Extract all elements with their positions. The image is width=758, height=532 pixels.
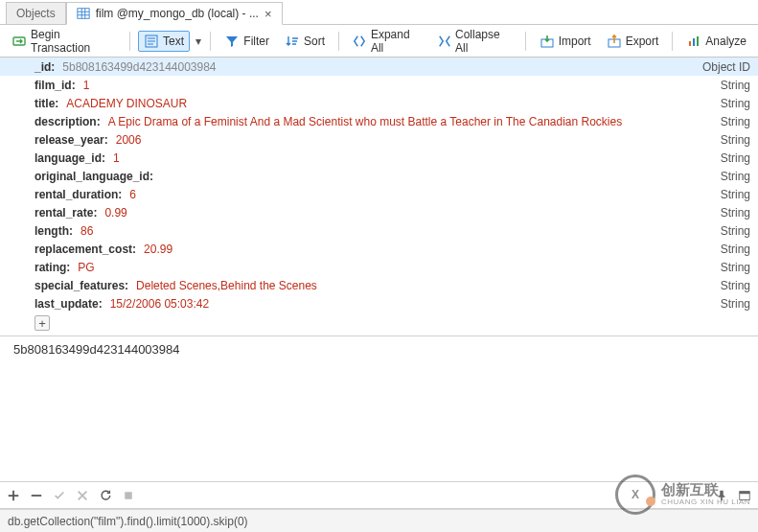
field-value[interactable]: 1 xyxy=(113,151,120,165)
recap-pane: 5b808163499d423144003984 xyxy=(0,335,758,482)
sort-button[interactable]: Sort xyxy=(279,31,331,52)
filter-button[interactable]: Filter xyxy=(218,31,275,52)
field-type: Object ID xyxy=(702,60,750,74)
field-type: String xyxy=(721,188,750,201)
field-key: rental_rate xyxy=(34,206,93,220)
field-key: film_id xyxy=(34,79,72,92)
field-type: String xyxy=(721,133,750,147)
analyze-button[interactable]: Analyze xyxy=(680,31,752,52)
transaction-icon xyxy=(11,34,27,49)
field-type: String xyxy=(721,79,750,92)
field-value[interactable]: Deleted Scenes,Behind the Scenes xyxy=(136,279,317,292)
button-label: Export xyxy=(626,35,659,48)
field-type: String xyxy=(721,151,750,165)
field-type: String xyxy=(721,261,750,274)
field-value[interactable]: PG xyxy=(78,261,94,274)
field-value[interactable]: ACADEMY DINOSAUR xyxy=(66,97,187,110)
field-key: replacement_cost xyxy=(34,243,132,256)
separator xyxy=(210,32,211,51)
button-label: Import xyxy=(559,35,591,48)
tab-label: Objects xyxy=(16,7,56,20)
funnel-icon xyxy=(224,34,240,49)
export-icon xyxy=(607,34,622,49)
button-label: Filter xyxy=(243,35,269,48)
button-label: Analyze xyxy=(705,35,747,48)
field-row[interactable]: description :A Epic Drama of a Feminist … xyxy=(0,112,758,130)
field-value[interactable]: A Epic Drama of a Feminist And a Mad Sci… xyxy=(108,115,623,128)
field-key: language_id xyxy=(34,151,102,165)
field-type: String xyxy=(721,115,750,128)
refresh-button[interactable] xyxy=(98,488,113,503)
field-type: String xyxy=(721,224,750,238)
field-value[interactable]: 5b808163499d423144003984 xyxy=(62,60,216,74)
collapse-all-button[interactable]: Collapse All xyxy=(431,25,517,58)
svg-rect-14 xyxy=(697,36,699,46)
field-type: String xyxy=(721,243,750,256)
tab-label: film @my_mongo_db (local) - ... xyxy=(96,7,259,20)
button-label: Expand All xyxy=(371,28,422,55)
text-icon xyxy=(144,34,159,49)
field-row[interactable]: _id :5b808163499d423144003984Object ID xyxy=(0,58,758,76)
field-row[interactable]: length :86String xyxy=(0,221,758,240)
import-icon xyxy=(540,34,555,49)
add-field-row: + xyxy=(0,312,758,334)
field-row[interactable]: rental_rate :0.99String xyxy=(0,203,758,221)
svg-rect-13 xyxy=(693,38,695,46)
field-value[interactable]: 1 xyxy=(83,79,90,92)
document-fields: _id :5b808163499d423144003984Object IDfi… xyxy=(0,58,758,335)
add-field-button[interactable]: + xyxy=(34,315,50,331)
field-type: String xyxy=(721,206,750,220)
main-toolbar: Begin Transaction Text ▾ Filter Sort Exp… xyxy=(0,25,758,58)
expand-all-button[interactable]: Expand All xyxy=(347,25,427,58)
chart-icon xyxy=(686,34,701,49)
field-row[interactable]: last_update :15/2/2006 05:03:42String xyxy=(0,294,758,312)
field-value[interactable]: 2006 xyxy=(116,133,142,147)
field-row[interactable]: release_year :2006String xyxy=(0,130,758,149)
field-key: rental_duration xyxy=(34,188,118,201)
begin-transaction-button[interactable]: Begin Transaction xyxy=(6,25,122,58)
field-key: original_language_id xyxy=(34,170,149,183)
tab-film[interactable]: film @my_mongo_db (local) - ... × xyxy=(66,2,283,25)
field-row[interactable]: film_id :1String xyxy=(0,76,758,94)
pin-button[interactable] xyxy=(714,488,729,503)
query-bar: db.getCollection("film").find().limit(10… xyxy=(0,509,758,532)
table-icon xyxy=(77,7,90,20)
add-record-button[interactable] xyxy=(6,488,21,503)
field-row[interactable]: language_id :1String xyxy=(0,149,758,167)
field-row[interactable]: replacement_cost :20.99String xyxy=(0,240,758,258)
close-icon[interactable]: × xyxy=(264,7,272,21)
field-row[interactable]: original_language_id :String xyxy=(0,167,758,185)
field-key: _id xyxy=(34,60,51,74)
field-value[interactable]: 0.99 xyxy=(104,206,126,220)
field-type: String xyxy=(721,279,750,292)
svg-rect-0 xyxy=(78,9,89,19)
collapse-icon xyxy=(437,34,451,49)
field-row[interactable]: rental_duration :6String xyxy=(0,185,758,203)
separator xyxy=(129,32,130,51)
import-button[interactable]: Import xyxy=(534,31,597,52)
field-row[interactable]: rating :PGString xyxy=(0,258,758,276)
field-value[interactable]: 86 xyxy=(80,224,93,238)
field-value[interactable]: 20.99 xyxy=(144,243,172,256)
field-value[interactable]: 6 xyxy=(129,188,136,201)
query-text: db.getCollection("film").find().limit(10… xyxy=(8,515,248,528)
view-text-button[interactable]: Text xyxy=(138,31,190,52)
field-value[interactable]: 15/2/2006 05:03:42 xyxy=(110,297,209,311)
record-toolbar xyxy=(0,482,758,509)
button-label: Sort xyxy=(304,35,325,48)
expand-icon xyxy=(353,34,367,49)
remove-record-button[interactable] xyxy=(29,488,44,503)
field-key: release_year xyxy=(34,133,104,147)
export-button[interactable]: Export xyxy=(601,31,665,52)
field-row[interactable]: title :ACADEMY DINOSAURString xyxy=(0,94,758,112)
recap-id: 5b808163499d423144003984 xyxy=(13,342,180,357)
tab-objects[interactable]: Objects xyxy=(6,2,66,24)
field-key: rating xyxy=(34,261,66,274)
field-row[interactable]: special_features :Deleted Scenes,Behind … xyxy=(0,276,758,294)
field-type: String xyxy=(721,97,750,110)
button-label: Text xyxy=(163,35,184,48)
view-dropdown[interactable]: ▾ xyxy=(194,35,202,48)
panel-toggle-button[interactable] xyxy=(737,488,752,503)
svg-rect-17 xyxy=(740,491,750,494)
field-key: special_features xyxy=(34,279,125,292)
